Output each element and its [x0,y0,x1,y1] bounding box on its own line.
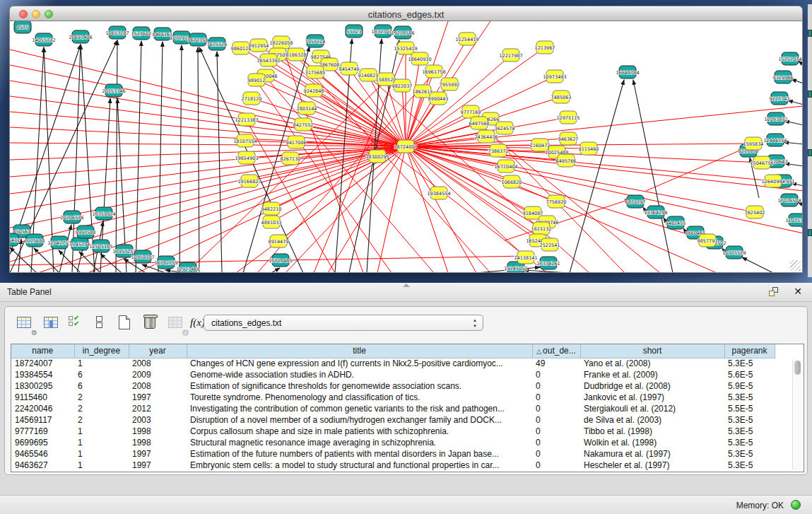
graph-node[interactable]: 16961758 [422,65,445,78]
graph-node[interactable]: 18300295 [365,150,389,163]
table-cell[interactable]: 0 [532,369,580,380]
table-cell[interactable]: Disruption of a novel member of a sodium… [187,414,532,426]
graph-edge[interactable] [180,45,182,273]
graph-node[interactable]: 1595834 [743,137,764,150]
table-row[interactable]: 1872400712008Changes of HCN gene express… [11,358,775,369]
graph-node[interactable]: 12975115 [556,111,579,124]
table-row[interactable]: 946362711997Embryonic stem cells: a mode… [11,460,775,471]
table-cell[interactable]: 5.6E-5 [724,369,775,380]
table-cell[interactable]: Hescheler et al. (1997) [580,460,724,471]
table-cell[interactable]: 1998 [129,437,187,448]
graph-node[interactable]: 18226058 [269,36,293,49]
graph-node[interactable]: 10653287 [105,26,129,39]
table-cell[interactable]: 2 [74,403,129,414]
table-row[interactable]: 1938455462009Genome-wide association stu… [11,369,775,380]
graph-node[interactable]: 8186328 [286,48,307,61]
table-cell[interactable]: 1 [74,426,129,437]
graph-node[interactable]: 2718120 [242,92,262,105]
table-cell[interactable]: 49 [532,358,580,369]
table-cell[interactable]: 5.5E-5 [724,403,775,414]
table-cell[interactable]: 1 [74,448,129,460]
graph-node[interactable]: 1066820 [502,175,522,188]
table-cell[interactable]: Franke et al. (2009) [580,369,724,380]
graph-node[interactable]: 15046756 [750,156,773,169]
graph-node[interactable]: 7485063 [551,90,572,103]
table-cell[interactable]: Investigating the contribution of common… [187,403,532,414]
table-cell[interactable]: 2003 [129,414,187,426]
table-cell[interactable]: 5.3E-5 [724,437,775,448]
graph-node-hub[interactable]: 18724007 [394,140,417,153]
table-cell[interactable]: 0 [532,437,580,448]
graph-node[interactable]: 20206576 [60,211,83,223]
graph-node[interactable]: 16720404 [494,160,517,173]
table-cell[interactable]: 14569117 [11,414,74,426]
table-cell[interactable]: 5.9E-5 [724,380,775,392]
table-cell[interactable]: 0 [532,426,580,437]
graph-node[interactable]: 12093872 [764,112,787,125]
graph-node[interactable]: 11254419 [455,33,478,45]
table-cell[interactable]: 2008 [129,380,187,392]
table-cell[interactable]: 9465546 [11,448,74,460]
graph-edge-outgoing[interactable] [406,146,439,193]
show-column-icon[interactable] [42,314,63,334]
table-cell[interactable]: Dudbridge et al. (2008) [580,380,724,392]
table-cell[interactable]: Genome-wide association studies in ADHD. [187,369,532,380]
graph-node[interactable]: 1145194 [70,238,90,250]
table-cell[interactable]: de Silva et al. (2003) [580,414,724,426]
graph-edge[interactable] [158,42,163,273]
graph-edge[interactable] [198,47,199,273]
graph-node[interactable]: 17016504 [777,194,801,206]
graph-node[interactable]: 12640994 [761,175,784,187]
graph-node[interactable]: 9482455 [666,216,686,229]
table-cell[interactable]: Tibbo et al. (1998) [580,426,724,437]
table-cell[interactable]: Estimation of the future numbers of pati… [187,448,532,460]
graph-node[interactable]: 9115460 [579,142,599,155]
table-cell[interactable]: Yano et al. (2008) [580,358,724,369]
graph-node[interactable]: 8912954 [249,39,269,52]
merge-rows-icon[interactable] [93,315,105,335]
graph-node[interactable]: 8427552 [293,118,314,131]
graph-node[interactable]: 20691406 [69,30,92,43]
table-scrollbar[interactable] [792,359,802,470]
table-cell[interactable]: 2012 [129,403,187,414]
graph-node[interactable]: 12444154 [763,134,787,146]
graph-edge-outgoing[interactable] [406,91,423,146]
graph-node[interactable]: 6495766 [556,154,577,167]
table-cell[interactable]: 1998 [129,426,187,437]
table-cell[interactable]: 2009 [129,369,187,380]
network-view-canvas[interactable]: 8575140557122069140610653287152760284661… [9,21,803,273]
graph-node[interactable]: 9329966 [773,71,794,83]
graph-node[interactable]: 7386372 [488,144,509,157]
graph-node[interactable]: 4891033 [261,216,282,228]
table-cell[interactable]: 5.3E-5 [724,358,775,369]
graph-node[interactable]: 20153346 [102,84,125,97]
column-header-out-de-[interactable]: △out_de... [532,344,580,358]
graph-node[interactable]: 10973493 [543,70,566,83]
graph-edge[interactable] [742,257,773,273]
graph-node[interactable]: 11075334 [785,214,803,226]
graph-node[interactable]: 1527602 [131,27,152,40]
graph-node[interactable]: 19218586 [391,26,414,39]
graph-node[interactable]: 7625402 [745,206,765,218]
graph-node[interactable]: 55723 [346,25,363,37]
table-cell[interactable]: Wolkin et al. (1998) [580,437,724,448]
graph-node[interactable]: 3175685 [305,66,326,78]
graph-node[interactable]: 12213383 [235,113,258,126]
table-cell[interactable]: Estimation of significance thresholds fo… [187,380,532,392]
graph-edge[interactable] [34,248,59,273]
graph-node[interactable]: 16782759 [154,256,177,269]
table-selector-dropdown[interactable]: citations_edges.txt ▲▼ [204,315,483,331]
graph-node[interactable]: 6879197 [625,195,646,208]
table-row[interactable]: 2242004622012Investigating the contribut… [11,403,775,414]
graph-node[interactable]: 7957224 [305,35,326,47]
graph-node[interactable]: 6497568 [469,117,490,129]
window-resize-grip[interactable] [790,260,801,271]
graph-node[interactable]: 1115688 [25,234,45,247]
table-cell[interactable]: Embryonic stem cells: a model to study s… [187,460,532,471]
float-panel-icon[interactable] [769,287,779,298]
table-cell[interactable]: Nakamura et al. (1997) [580,448,724,460]
graph-node[interactable]: 18640910 [408,52,431,65]
graph-node[interactable]: 2522541 [540,238,560,251]
graph-node[interactable]: 9997588 [76,226,96,238]
column-header-pagerank[interactable]: pagerank [724,344,775,358]
